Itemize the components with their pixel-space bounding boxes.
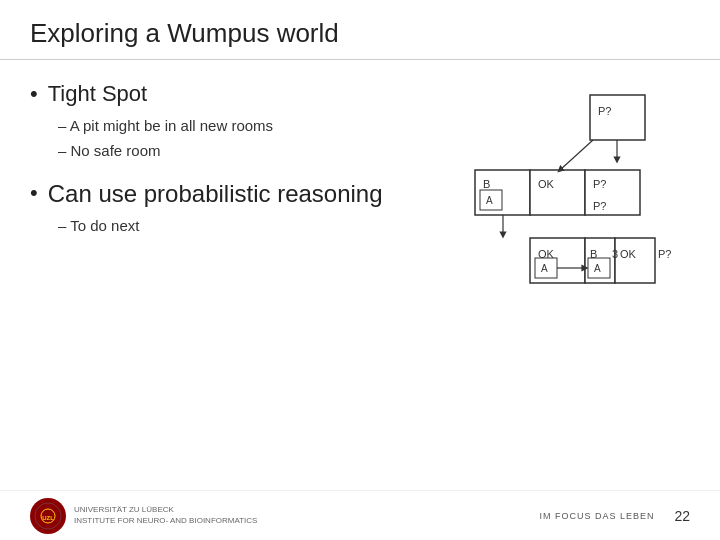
bullet2-subitem-1: – To do next — [58, 215, 410, 236]
text-column: • Tight Spot – A pit might be in all new… — [30, 80, 410, 320]
bullet-dot-2: • — [30, 179, 38, 208]
slide-header: Exploring a Wumpus world — [0, 0, 720, 60]
university-name: UNIVERSITÄT ZU LÜBECK — [74, 505, 257, 515]
svg-line-25 — [560, 140, 593, 170]
footer-motto: IM FOCUS DAS LEBEN — [539, 511, 654, 521]
university-logo: UZL — [30, 498, 66, 534]
bullet2-subitems: – To do next — [58, 215, 410, 236]
svg-text:UZL: UZL — [42, 515, 54, 521]
svg-rect-0 — [590, 95, 645, 140]
bullet1-subitem-1: – A pit might be in all new rooms — [58, 115, 410, 136]
diagram-column: P? B OK P? A P? — [430, 80, 690, 320]
footer-right: IM FOCUS DAS LEBEN 22 — [539, 508, 690, 524]
diagram-svg: P? B OK P? A P? — [440, 90, 680, 320]
svg-text:A: A — [594, 263, 601, 274]
svg-text:B: B — [483, 178, 490, 190]
svg-rect-17 — [615, 238, 655, 283]
svg-rect-5 — [530, 170, 585, 215]
svg-text:3: 3 — [612, 248, 618, 260]
svg-text:OK: OK — [538, 178, 555, 190]
bullet1-subitems: – A pit might be in all new rooms – No s… — [58, 115, 410, 161]
svg-text:OK: OK — [620, 248, 637, 260]
bullet-dot-1: • — [30, 80, 38, 109]
bullet-item-2: • Can use probabilistic reasoning – To d… — [30, 179, 410, 236]
bullet1-subitem-2: – No safe room — [58, 140, 410, 161]
slide-title: Exploring a Wumpus world — [30, 18, 690, 49]
footer-logo-text: UNIVERSITÄT ZU LÜBECK INSTITUTE FOR NEUR… — [74, 505, 257, 526]
institute-name: INSTITUTE FOR NEURO- AND BIOINFORMATICS — [74, 516, 257, 526]
svg-text:P?: P? — [658, 248, 671, 260]
main-content: • Tight Spot – A pit might be in all new… — [0, 60, 720, 330]
bullet-header-2: • Can use probabilistic reasoning — [30, 179, 410, 209]
bullet-item-1: • Tight Spot – A pit might be in all new… — [30, 80, 410, 161]
wumpus-diagram: P? B OK P? A P? — [440, 90, 680, 320]
bullet-header-1: • Tight Spot — [30, 80, 410, 109]
bullet-title-1: Tight Spot — [48, 80, 147, 109]
svg-text:A: A — [541, 263, 548, 274]
bullet-title-2: Can use probabilistic reasoning — [48, 179, 383, 209]
footer: UZL UNIVERSITÄT ZU LÜBECK INSTITUTE FOR … — [0, 490, 720, 540]
page-number: 22 — [674, 508, 690, 524]
svg-text:P?: P? — [593, 200, 606, 212]
svg-text:P?: P? — [593, 178, 606, 190]
svg-text:P?: P? — [598, 105, 611, 117]
svg-text:A: A — [486, 195, 493, 206]
footer-logo-area: UZL UNIVERSITÄT ZU LÜBECK INSTITUTE FOR … — [30, 498, 257, 534]
